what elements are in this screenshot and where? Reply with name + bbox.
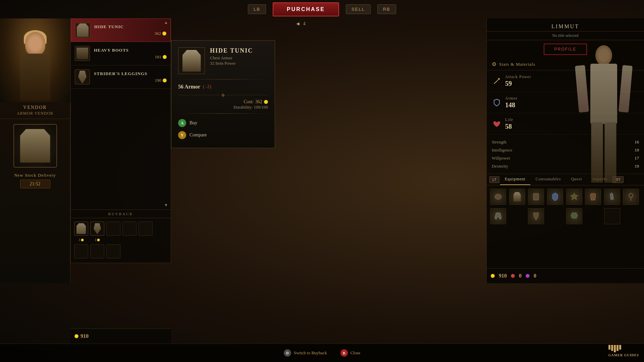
buyback-slots: 1 1 [71, 218, 171, 262]
lb-button[interactable]: LB [248, 4, 266, 14]
gold-dot-boots [163, 55, 167, 59]
diamond-gem [221, 93, 225, 97]
buyback-price-0: 1 [79, 238, 84, 242]
vendor-body [20, 54, 50, 101]
rb-button[interactable]: RB [377, 4, 396, 14]
buy-action[interactable]: A Buy [178, 117, 268, 129]
item-entry-hide-tunic[interactable]: HIDE TUNIC 362 [71, 18, 171, 42]
char-body [590, 64, 617, 124]
item-entry-heavy-boots[interactable]: HEAVY BOOTS 181 [71, 42, 171, 65]
buyback-slot-4[interactable] [139, 222, 153, 236]
char-arm-left [575, 65, 589, 113]
page-arrow-left[interactable]: ◄ [295, 21, 301, 27]
sword-icon [493, 77, 501, 85]
character-panel: LIMMUT No title selected PROFILE ⚙ Stats… [486, 18, 644, 283]
left-gold-amount: 910 [80, 333, 89, 339]
right-gold-icon [491, 274, 495, 278]
heart-icon [493, 120, 501, 128]
divider-2 [178, 113, 268, 114]
wm-bar-3 [614, 345, 616, 352]
gold-dot-leggings [163, 78, 167, 82]
right-gold-bar: 910 0 0 [487, 268, 644, 283]
item-list-scroll[interactable]: ▲ HIDE TUNIC 362 HEAVY BOOTS 181 [71, 18, 171, 209]
right-gold-amount: 910 [499, 273, 507, 279]
page-count: 4 [303, 21, 306, 26]
char-arm-right [619, 65, 633, 113]
dexterity-label: Dexterity [492, 164, 508, 169]
item-info-leggings: STRIDER'S LEGGINGS 190 [94, 71, 167, 83]
equip-slot-9[interactable] [528, 208, 544, 224]
item-entry-striders-leggings[interactable]: STRIDER'S LEGGINGS 190 [71, 65, 171, 89]
buyback-slot-7[interactable] [106, 244, 120, 258]
tab-equipment[interactable]: Equipment [500, 174, 530, 185]
character-silhouette [574, 45, 634, 213]
cost-value: 362 [255, 99, 262, 105]
equip-slot-8[interactable] [490, 208, 506, 224]
y-button-icon: Y [178, 131, 186, 139]
equip-slot-1[interactable] [509, 189, 525, 205]
scroll-bottom-indicator: ▼ [164, 203, 168, 208]
large-tunic-icon [182, 50, 201, 72]
shield-icon [493, 99, 501, 107]
buyback-gold-0 [81, 239, 84, 241]
close-label: Close [351, 350, 361, 356]
equip-tunic-icon [514, 192, 521, 201]
tunic-icon [77, 23, 89, 37]
vendor-name: VENDOR [0, 102, 70, 111]
diamond-divider [178, 93, 268, 98]
vendor-panel: VENDOR ARMOR VENDOR New Stock Delivery 2… [0, 18, 70, 283]
item-list-panel: ▲ HIDE TUNIC 362 HEAVY BOOTS 181 [70, 18, 171, 209]
cost-label: Cost: [244, 99, 254, 105]
buy-label: Buy [190, 120, 197, 126]
buyback-slot-6[interactable] [90, 244, 104, 258]
sell-button[interactable]: SELL [346, 4, 371, 14]
gold-dot-tunic [162, 32, 166, 36]
item-thumb-leggings [75, 69, 90, 84]
buyback-slot-1[interactable] [90, 222, 104, 236]
item-price-tunic: 362 [94, 31, 166, 36]
switch-to-buyback-action[interactable]: ⊙ Switch to Buyback [284, 349, 327, 357]
item-detail-thumb [178, 47, 205, 74]
equip-slot-0[interactable] [490, 189, 506, 205]
equip-slot-2[interactable] [528, 189, 544, 205]
buyback-slot-5[interactable] [74, 244, 88, 258]
watermark-text: GAMER GUIDES [608, 353, 639, 357]
close-action[interactable]: B Close [340, 349, 361, 357]
purchase-button[interactable]: PURCHASE [273, 2, 339, 16]
item-info-boots: HEAVY BOOTS 181 [94, 48, 167, 60]
switch-label: Switch to Buyback [294, 350, 327, 356]
divider-1 [178, 79, 268, 79]
buyback-slot-2[interactable] [106, 222, 120, 236]
item-name-tunic: HIDE TUNIC [94, 24, 166, 29]
buyback-slot-3[interactable] [122, 222, 137, 236]
right-purple-amount: 0 [534, 273, 536, 279]
char-legs [591, 122, 616, 183]
compare-label: Compare [190, 132, 207, 138]
intelligence-label: Intelligence [492, 147, 512, 153]
buyback-tunic-icon [76, 223, 86, 234]
item-detail-type: Chest Armor [210, 55, 253, 61]
item-price-boots: 181 [94, 54, 167, 60]
life-icon [492, 119, 502, 129]
wm-bar-5 [619, 345, 621, 350]
item-detail-name: HIDE TUNIC [210, 47, 253, 54]
compare-action[interactable]: Y Compare [178, 129, 268, 141]
leggings-icon [78, 71, 87, 83]
cost-gold-icon [264, 100, 268, 104]
lt-button[interactable]: LT [489, 176, 499, 183]
buyback-slot-0[interactable] [74, 222, 88, 236]
buyback-price-1: 1 [95, 238, 100, 242]
switch-button-icon: ⊙ [284, 349, 291, 357]
svg-rect-5 [533, 193, 539, 200]
attack-power-icon [492, 76, 502, 86]
wm-bar-4 [616, 345, 619, 351]
vendor-inventory [13, 124, 57, 168]
boots-icon [76, 48, 88, 59]
left-gold-bar: 910 [70, 328, 171, 344]
right-red-icon [511, 274, 515, 278]
vendor-type: ARMOR VENDOR [0, 111, 70, 119]
vendor-head [25, 32, 45, 55]
watermark: GAMER GUIDES [608, 345, 639, 357]
right-red-amount: 0 [519, 273, 522, 279]
wm-bar-1 [608, 345, 610, 350]
